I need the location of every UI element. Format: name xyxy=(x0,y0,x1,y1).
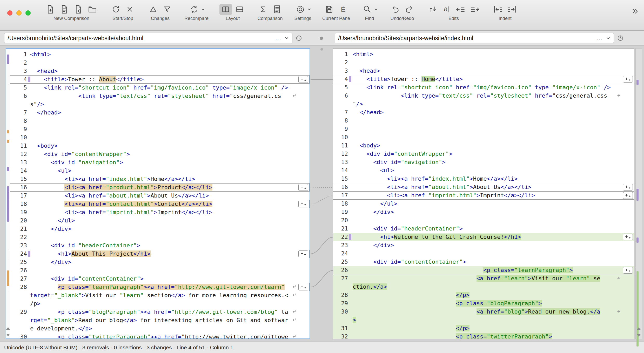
code-line[interactable]: 17 <li><a href="imprint.html">Imprint</a… xyxy=(333,191,634,200)
push-change-left-icon[interactable] xyxy=(454,4,467,15)
undo-icon[interactable] xyxy=(389,4,401,15)
code-line[interactable]: 9 xyxy=(333,125,634,133)
zoom-button[interactable] xyxy=(25,10,31,16)
code-line[interactable]: 3 <head> xyxy=(6,67,310,75)
code-line[interactable]: 17 <li><a href="about.html">About Us</a>… xyxy=(6,192,310,200)
code-line[interactable]: 24 <h1>About This Project</h1> xyxy=(6,250,310,258)
code-line[interactable]: 14 <ul> xyxy=(6,167,310,175)
chevron-down-icon[interactable] xyxy=(284,36,289,40)
code-line[interactable]: 24 xyxy=(333,249,634,258)
indent-left-icon[interactable] xyxy=(492,4,504,15)
indent-right-icon[interactable] xyxy=(506,4,518,15)
next-change-button[interactable] xyxy=(636,334,641,337)
code-line[interactable]: 13 <div id="navigation"> xyxy=(333,158,634,166)
left-path-more-button[interactable]: … xyxy=(274,35,282,42)
code-line[interactable]: 7 </head> xyxy=(6,108,310,117)
chevron-down-icon[interactable] xyxy=(606,36,611,40)
code-line[interactable]: 10 xyxy=(6,133,310,142)
code-line[interactable]: 15 <li><a href="index.html">Home</a></li… xyxy=(333,175,634,183)
new-three-way-comparison-icon[interactable] xyxy=(72,4,85,15)
code-line[interactable]: 26 xyxy=(6,266,310,275)
settings-gear-icon[interactable] xyxy=(294,4,307,15)
code-line[interactable]: 30 <a href="blog">Read our new blog.</a xyxy=(333,308,634,316)
redo-icon[interactable] xyxy=(403,4,415,15)
code-line[interactable]: 6 <link type="text/css" rel="stylesheet"… xyxy=(333,92,634,100)
code-line[interactable]: 19 </div> xyxy=(333,208,634,216)
code-line[interactable]: 1<html> xyxy=(333,50,634,58)
left-file-pane[interactable]: 1<html>23 <head>4 <title>Tower :: About<… xyxy=(6,48,310,339)
accept-change-vertical-icon[interactable] xyxy=(426,4,439,15)
code-line[interactable]: 3 <head> xyxy=(333,67,634,75)
change-map-segment[interactable] xyxy=(7,167,9,171)
chevron-down-icon[interactable] xyxy=(374,7,378,11)
copy-change-button[interactable] xyxy=(298,184,308,191)
code-line[interactable]: 27 <div id="contentContainer"> xyxy=(6,275,310,283)
copy-change-button[interactable] xyxy=(623,234,633,240)
right-path-history-button[interactable] xyxy=(616,34,625,42)
minimize-button[interactable] xyxy=(16,10,22,16)
copy-change-button[interactable] xyxy=(298,250,308,257)
recompare-icon[interactable] xyxy=(188,4,200,15)
change-map-segment[interactable] xyxy=(7,270,9,286)
comparison-report-icon[interactable] xyxy=(271,4,283,15)
code-line[interactable]: 8 xyxy=(6,117,310,125)
code-line[interactable]: ction.</a> xyxy=(333,283,634,291)
save-pane-icon[interactable] xyxy=(323,4,336,15)
copy-change-button[interactable] xyxy=(298,284,308,290)
code-line[interactable]: 11 <body> xyxy=(333,141,634,150)
next-change-button[interactable] xyxy=(6,333,11,337)
code-line[interactable]: 25 <div id="contentContainer"> xyxy=(333,258,634,266)
code-line[interactable]: 20 xyxy=(333,216,634,225)
code-line[interactable]: 16 <li><a href="product.html">Product</a… xyxy=(6,183,310,192)
code-line[interactable]: 22 xyxy=(6,233,310,241)
start-icon[interactable] xyxy=(110,4,122,15)
code-line[interactable]: s"/> xyxy=(6,100,310,108)
code-line[interactable]: 11 <body> xyxy=(6,142,310,150)
code-line[interactable]: 31 </p> xyxy=(333,324,634,332)
next-change-icon[interactable] xyxy=(147,4,159,15)
layout-horizontal-icon[interactable] xyxy=(233,4,246,15)
copy-change-button[interactable] xyxy=(298,201,308,207)
code-line[interactable]: 22 <h1>Welcome to the Git Crash Course!<… xyxy=(333,233,634,241)
code-line[interactable]: 12 <div id="contentWrapper"> xyxy=(6,150,310,158)
layout-vertical-icon[interactable] xyxy=(219,4,232,15)
code-line[interactable]: 10 xyxy=(333,133,634,141)
new-document-comparison-icon[interactable] xyxy=(58,4,71,15)
push-change-right-icon[interactable] xyxy=(468,4,481,15)
filter-changes-icon[interactable] xyxy=(161,4,173,15)
code-line[interactable]: 23 <div id="headerContainer"> xyxy=(6,241,310,250)
change-map-segment[interactable] xyxy=(636,189,639,201)
code-line[interactable]: e development.</p> xyxy=(6,324,310,333)
comparison-summary-icon[interactable] xyxy=(257,4,269,15)
left-path-history-button[interactable] xyxy=(294,34,303,42)
code-line[interactable]: 20 </ul> xyxy=(6,216,310,225)
right-file-pane[interactable]: 1<html>23 <head>4 <title>Tower :: Home</… xyxy=(333,48,634,339)
code-line[interactable]: 5 <link rel="shortcut icon" href="img/fa… xyxy=(333,83,634,92)
code-line[interactable]: 27 <a href="learn">Visit our "learn" se xyxy=(333,274,634,283)
code-line[interactable]: 26 <p class="learnParagraph"> xyxy=(333,266,634,274)
code-line[interactable]: 23 </div> xyxy=(333,241,634,249)
code-line[interactable]: 29 <p class="blogParagraph"> xyxy=(333,299,634,308)
code-line[interactable]: target="_blank">Visit our "learn" sectio… xyxy=(6,291,310,300)
code-line[interactable]: 7 </head> xyxy=(333,108,634,117)
right-path-more-button[interactable]: … xyxy=(595,35,604,42)
code-line[interactable]: 4 <title>Tower :: About</title> xyxy=(6,75,310,84)
code-line[interactable]: "/> xyxy=(333,100,634,108)
new-folder-comparison-icon[interactable] xyxy=(86,4,99,15)
change-map-segment[interactable] xyxy=(7,140,9,143)
right-path-field[interactable]: /Users/brunobrito/Sites/carparts-website… xyxy=(335,33,614,43)
code-line[interactable]: 21 </div> xyxy=(6,225,310,233)
chevron-down-icon[interactable] xyxy=(307,7,311,11)
code-line[interactable]: 29 <p class="blogParagraph"><a href="htt… xyxy=(6,308,310,316)
code-line[interactable]: 18 </ul> xyxy=(333,200,634,208)
left-change-map[interactable] xyxy=(6,49,10,338)
copy-change-button[interactable] xyxy=(623,267,633,274)
close-button[interactable] xyxy=(7,10,12,16)
typing-edit-icon[interactable]: a xyxy=(440,4,453,15)
code-line[interactable]: 5 <link rel="shortcut icon" href="img/fa… xyxy=(6,84,310,92)
code-line[interactable]: 14 <ul> xyxy=(333,166,634,175)
find-magnifier-icon[interactable] xyxy=(361,4,373,15)
code-line[interactable]: 8 xyxy=(333,117,634,125)
copy-change-button[interactable] xyxy=(623,76,633,83)
code-line[interactable]: 28 </p> xyxy=(333,291,634,299)
